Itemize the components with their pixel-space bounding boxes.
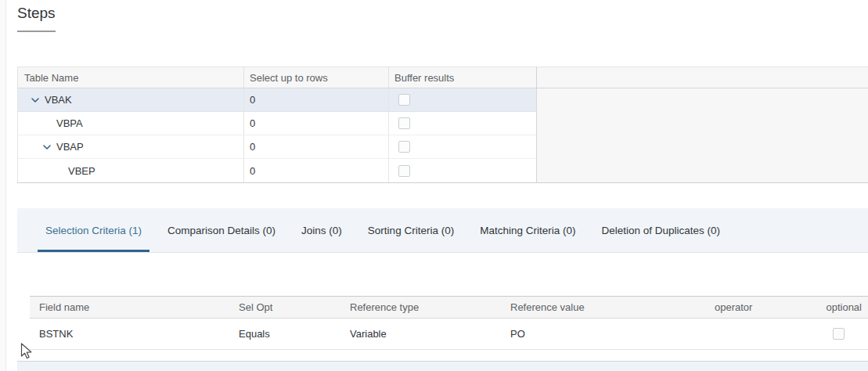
criteria-cell-field-name[interactable]: BSTNK [30,319,229,350]
buffer-results-checkbox[interactable] [398,165,410,177]
tab-joins[interactable]: Joins (0) [294,208,350,252]
table-row-vbep-name[interactable]: VBEP [17,159,244,182]
buffer-results-checkbox[interactable] [398,94,410,106]
column-header-reference-value[interactable]: Reference value [501,296,705,319]
table-cell-buffer [389,112,537,135]
chevron-down-icon[interactable] [41,142,53,152]
table-cell-buffer [389,159,537,182]
tab-sorting-criteria[interactable]: Sorting Criteria (0) [360,208,462,252]
column-header-select-up-to-rows[interactable]: Select up to rows [244,67,389,88]
left-panel-edge [0,0,6,371]
selection-criteria-table: Field name Sel Opt Reference type Refere… [30,296,868,350]
tab-comparison-details[interactable]: Comparison Details (0) [160,208,283,252]
table-cell-rows-value[interactable]: 0 [244,88,389,112]
column-header-reference-type[interactable]: Reference type [340,296,501,319]
table-filler-area [537,88,868,182]
steps-table: Table Name Select up to rows Buffer resu… [17,67,868,183]
column-header-table-name[interactable]: Table Name [17,67,244,88]
title-underline [17,31,56,32]
table-cell-rows-value[interactable]: 0 [244,159,389,182]
buffer-results-checkbox[interactable] [398,141,410,153]
criteria-cell-reference-value[interactable]: PO [501,319,705,350]
table-row-vbap-name[interactable]: VBAP [17,135,244,159]
criteria-cell-reference-type[interactable]: Variable [340,319,501,350]
criteria-cell-operator[interactable] [705,319,791,350]
column-header-sel-opt[interactable]: Sel Opt [229,296,340,319]
criteria-tabbar: Selection Criteria (1) Comparison Detail… [17,208,868,253]
mouse-cursor-icon [20,343,34,365]
column-header-operator[interactable]: operator [705,296,791,319]
table-cell-buffer [389,88,537,112]
section-divider-strip [17,361,868,371]
column-header-buffer-results[interactable]: Buffer results [389,67,537,88]
table-row-vbak-name[interactable]: VBAK [17,88,244,112]
table-cell-rows-value[interactable]: 0 [244,112,389,135]
tab-matching-criteria[interactable]: Matching Criteria (0) [472,208,583,252]
page-title: Steps [17,5,56,22]
optional-checkbox[interactable] [833,328,845,340]
chevron-down-icon[interactable] [29,95,41,105]
tree-node-label: VBPA [56,117,83,129]
criteria-cell-sel-opt[interactable]: Equals [229,319,340,350]
column-header-optional[interactable]: optional [791,296,868,319]
table-cell-buffer [389,135,537,159]
tab-selection-criteria[interactable]: Selection Criteria (1) [38,208,149,252]
tree-node-label: VBEP [68,165,95,177]
tab-deletion-of-duplicates[interactable]: Deletion of Duplicates (0) [593,208,728,252]
criteria-cell-optional [791,319,868,350]
tree-node-label: VBAP [56,141,84,153]
table-row-vbpa-name[interactable]: VBPA [17,112,244,135]
tree-node-label: VBAK [45,94,72,106]
column-header-field-name[interactable]: Field name [30,296,229,319]
column-header-filler [537,67,868,88]
buffer-results-checkbox[interactable] [398,117,410,129]
table-cell-rows-value[interactable]: 0 [244,135,389,159]
